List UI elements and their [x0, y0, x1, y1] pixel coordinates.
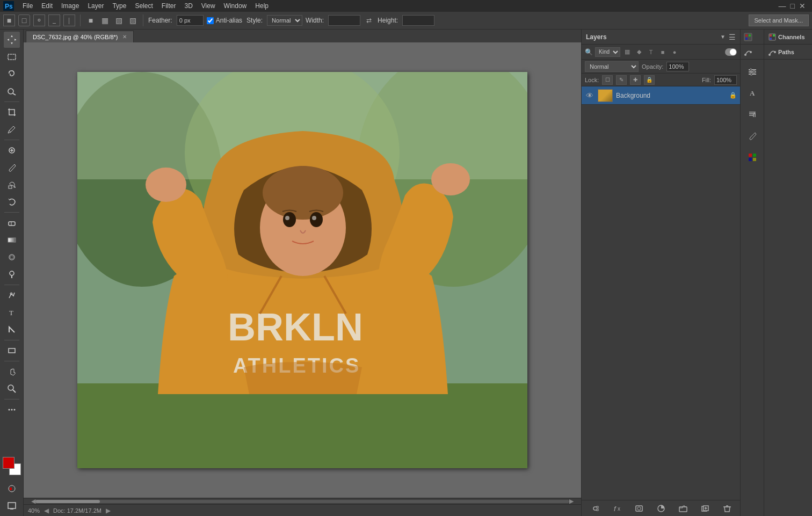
character-icon[interactable]: A	[741, 83, 764, 103]
intersect-sel-icon[interactable]: ▨	[127, 15, 138, 26]
text-filter-icon[interactable]: T	[646, 47, 656, 57]
quick-selection-btn[interactable]	[4, 83, 20, 99]
new-layer-btn[interactable]	[698, 503, 712, 514]
lock-all-btn[interactable]: 🔒	[644, 75, 655, 85]
path-selection-btn[interactable]	[4, 322, 20, 338]
layers-collapse-btn[interactable]: ▼	[720, 34, 726, 40]
kind-dropdown[interactable]: Kind	[595, 47, 620, 57]
type-btn[interactable]: T	[4, 304, 20, 321]
eraser-btn[interactable]	[4, 215, 20, 231]
lock-position-btn[interactable]: ✚	[630, 75, 641, 85]
clone-stamp-btn[interactable]	[4, 177, 20, 193]
menu-edit[interactable]: Edit	[37, 1, 57, 11]
channels-tab[interactable]	[741, 30, 764, 45]
new-group-btn[interactable]	[676, 503, 690, 514]
foreground-color[interactable]	[3, 457, 15, 469]
hand-btn[interactable]	[4, 364, 20, 380]
scrollbar-track[interactable]	[35, 500, 569, 503]
blend-mode-dropdown[interactable]: Normal	[585, 61, 639, 72]
gradient-btn[interactable]	[4, 232, 20, 248]
screen-mode-btn[interactable]	[4, 498, 20, 514]
eyedropper-btn[interactable]	[4, 121, 20, 137]
menu-type[interactable]: Type	[108, 1, 130, 11]
swatches-icon[interactable]	[741, 148, 764, 167]
paths-tab[interactable]	[741, 45, 764, 60]
canvas-container[interactable]: BRKLN ATHLETICS	[24, 42, 581, 498]
rectangular-marquee-option[interactable]: ■	[3, 14, 15, 26]
crop-btn[interactable]	[4, 104, 20, 120]
rectangular-marquee-btn[interactable]	[4, 49, 20, 65]
height-input[interactable]	[402, 15, 434, 26]
menu-3d[interactable]: 3D	[180, 1, 197, 11]
adjustment-filter-icon[interactable]: ◆	[634, 47, 644, 57]
lock-image-btn[interactable]: ✎	[616, 75, 627, 85]
pixel-filter-icon[interactable]: ▦	[622, 47, 632, 57]
new-fill-adjustment-btn[interactable]	[654, 503, 668, 514]
swap-wh-icon[interactable]: ⇄	[364, 15, 374, 26]
window-close[interactable]: ✕	[799, 2, 806, 10]
svg-point-44	[146, 168, 186, 202]
filter-toggle[interactable]	[725, 48, 737, 56]
layers-menu-btn[interactable]: ☰	[729, 33, 736, 41]
healing-brush-btn[interactable]	[4, 142, 20, 158]
add-layer-style-btn[interactable]: fx	[610, 503, 624, 514]
menu-select[interactable]: Select	[130, 1, 157, 11]
window-restore[interactable]: □	[791, 2, 795, 10]
add-sel-icon[interactable]: ▦	[99, 15, 110, 26]
search-icon: 🔍	[585, 48, 593, 56]
shape-filter-icon[interactable]: ■	[658, 47, 668, 57]
elliptical-marquee-option[interactable]: ⚬	[33, 14, 45, 26]
blur-btn[interactable]	[4, 249, 20, 265]
more-tools-btn[interactable]	[4, 402, 20, 418]
delete-layer-btn[interactable]	[720, 503, 734, 514]
properties-icon[interactable]	[741, 62, 764, 81]
channels-panel-tab[interactable]: Channels	[764, 30, 812, 45]
paragraph-icon[interactable]	[741, 105, 764, 124]
dodge-btn[interactable]	[4, 266, 20, 282]
right-collapse-strip: A	[741, 62, 764, 167]
sub-sel-icon[interactable]: ▧	[113, 15, 124, 26]
fill-input[interactable]	[714, 75, 737, 85]
add-mask-btn[interactable]	[632, 503, 646, 514]
fg-bg-colors[interactable]	[3, 457, 21, 475]
lock-pixels-btn[interactable]: ☐	[602, 75, 613, 85]
link-layers-btn[interactable]	[588, 503, 602, 514]
single-row-option[interactable]: ⎯	[48, 14, 60, 26]
menu-help[interactable]: Help	[251, 1, 273, 11]
paths-panel-tab[interactable]: Paths	[764, 45, 812, 60]
menu-layer[interactable]: Layer	[83, 1, 108, 11]
menu-file[interactable]: File	[18, 1, 37, 11]
smart-filter-icon[interactable]: ●	[670, 47, 679, 57]
menu-view[interactable]: View	[197, 1, 220, 11]
feather-input[interactable]	[177, 15, 204, 26]
style-dropdown[interactable]: Normal	[267, 15, 302, 26]
rectangle-shape-btn[interactable]	[4, 343, 20, 359]
menu-window[interactable]: Window	[220, 1, 251, 11]
move-tool-btn[interactable]	[4, 32, 20, 48]
lasso-btn[interactable]	[4, 66, 20, 82]
horizontal-scrollbar[interactable]: ◀ ▶	[24, 498, 581, 504]
pen-btn[interactable]	[4, 287, 20, 303]
status-next-btn[interactable]: ▶	[106, 507, 111, 514]
layer-visibility-eye[interactable]: 👁	[585, 91, 595, 100]
single-col-option[interactable]: │	[63, 14, 75, 26]
opacity-input[interactable]	[666, 62, 689, 71]
antialias-checkbox[interactable]	[207, 17, 214, 24]
history-brush-btn[interactable]	[4, 194, 20, 210]
layer-background[interactable]: 👁 Background 🔒	[582, 86, 740, 105]
new-sel-icon[interactable]: ■	[85, 15, 96, 26]
status-prev-btn[interactable]: ◀	[44, 507, 49, 514]
zoom-btn[interactable]	[4, 381, 20, 397]
brush-settings-icon[interactable]	[741, 126, 764, 146]
width-input[interactable]	[328, 15, 360, 26]
menu-filter[interactable]: Filter	[157, 1, 180, 11]
window-minimize[interactable]: —	[779, 2, 786, 10]
menu-image[interactable]: Image	[57, 1, 83, 11]
document-tab[interactable]: DSC_7632.jpg @ 40% (RGB/8*) ✕	[26, 31, 134, 42]
brush-btn[interactable]	[4, 159, 20, 176]
select-mask-button[interactable]: Select and Mask...	[749, 14, 809, 26]
tab-close-btn[interactable]: ✕	[122, 34, 127, 40]
quick-mask-btn[interactable]	[4, 481, 20, 497]
scrollbar-thumb[interactable]	[35, 500, 100, 503]
rounded-marquee-option[interactable]: □	[18, 14, 30, 26]
